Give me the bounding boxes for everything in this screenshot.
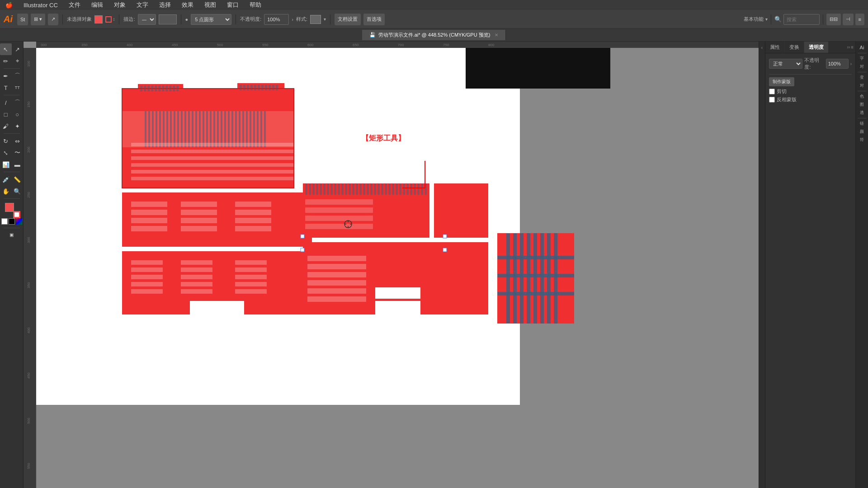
tool-row-2: ✏ ⌖ (0, 55, 23, 67)
curvature-tool[interactable]: ⌒ (12, 70, 24, 82)
zoom-tool[interactable]: 🔍 (12, 185, 24, 197)
opacity-input-panel[interactable] (826, 59, 849, 69)
paint-tool[interactable]: 🖌 (0, 120, 12, 132)
invert-mask-checkbox[interactable] (769, 97, 775, 103)
preferences-btn[interactable]: 首选项 (363, 14, 385, 25)
opacity-input[interactable] (264, 14, 289, 25)
hand-tool[interactable]: ✋ (0, 185, 12, 197)
link-panel-icon[interactable]: 链 (859, 120, 865, 127)
arc-tool[interactable]: ⌒ (12, 97, 24, 108)
tab-properties[interactable]: 属性 (765, 42, 785, 53)
char-panel-icon[interactable]: 字 (859, 55, 865, 62)
menu-select[interactable]: 选择 (157, 0, 173, 10)
warp-tool[interactable]: 〜 (12, 147, 24, 159)
menu-view[interactable]: 视图 (203, 0, 218, 10)
canvas-area[interactable]: 300 350 400 450 500 550 600 650 700 750 … (24, 42, 759, 488)
menu-window[interactable]: 窗口 (225, 0, 241, 10)
svg-rect-107 (235, 226, 271, 231)
rotate-tool[interactable]: ↻ (0, 135, 12, 147)
blob-tool[interactable]: ✦ (12, 120, 24, 132)
more-btn[interactable]: ≡ (855, 14, 864, 25)
svg-rect-116 (330, 183, 333, 195)
svg-text:450: 450 (172, 43, 178, 47)
toolbar-mode-btn[interactable]: St (17, 14, 28, 25)
stroke-color-swatch[interactable] (105, 16, 112, 23)
panel-collapse-strip[interactable]: ‹ (759, 42, 765, 488)
toolbar-grid-btn[interactable]: ⊞ ▾ (31, 14, 45, 25)
type-tool[interactable]: T (0, 82, 12, 94)
measure-tool[interactable]: 📏 (12, 174, 24, 185)
svg-rect-174 (375, 287, 420, 299)
tool-row-6: □ ○ (0, 108, 23, 120)
swatches-panel-icon[interactable]: 颜 (859, 128, 865, 136)
stroke-swatch[interactable] (13, 211, 20, 218)
symbols-panel-icon[interactable]: 符 (859, 136, 865, 144)
apple-menu[interactable]: 🍎 (4, 1, 14, 9)
separator-6 (771, 14, 771, 24)
rect-tool[interactable]: □ (0, 108, 12, 120)
opacity-arrow[interactable]: › (850, 61, 852, 66)
menu-file[interactable]: 文件 (67, 0, 82, 10)
separator-4 (236, 14, 236, 24)
touch-type-tool[interactable]: TT (12, 82, 24, 94)
ai-panel-icon[interactable]: Ai (859, 43, 865, 52)
clip-checkbox[interactable] (769, 89, 775, 94)
pen-tool[interactable]: ✏ (0, 55, 12, 67)
align2-panel-icon[interactable]: 对 (859, 82, 865, 89)
fill-swatch[interactable] (5, 203, 14, 212)
transparency-strip-icon[interactable]: 透 (859, 109, 865, 117)
file-tab[interactable]: 💾 劳动节演示文件.ai* @ 448.52% (CMYK/GPU 预览) ✕ (362, 30, 506, 40)
layers-panel-icon[interactable]: 图 (859, 101, 865, 108)
direct-select-tool[interactable]: ↗ (12, 43, 24, 55)
menu-help[interactable]: 帮助 (248, 0, 263, 10)
menu-text[interactable]: 文字 (135, 0, 150, 10)
brush-select[interactable]: 5 点圆形 (191, 14, 231, 25)
gradient-swatch[interactable] (16, 218, 22, 225)
tab-transparency[interactable]: 透明度 (804, 42, 828, 53)
svg-rect-119 (341, 183, 344, 195)
stroke-weight-select[interactable]: — (138, 14, 156, 25)
ellipse-tool[interactable]: ○ (12, 108, 24, 120)
make-mask-btn[interactable]: 制作蒙版 (769, 77, 794, 86)
eyedropper-tool[interactable]: 💉 (0, 174, 12, 185)
fill-color-swatch[interactable] (94, 15, 103, 23)
menu-app[interactable]: Illustrator CC (22, 1, 60, 9)
search-input[interactable] (783, 14, 820, 25)
style-label: 样式: (296, 16, 307, 23)
bar-tool[interactable]: ▬ (12, 159, 24, 170)
bezier-tool[interactable]: ✒ (0, 70, 12, 82)
menu-object[interactable]: 对象 (112, 0, 127, 10)
tab-transform[interactable]: 变换 (785, 42, 804, 53)
canvas-content[interactable]: 【矩形工具】 (36, 48, 759, 488)
black-swatch[interactable] (9, 218, 15, 225)
menu-edit[interactable]: 编辑 (90, 0, 105, 10)
menu-effect[interactable]: 效果 (180, 0, 195, 10)
white-swatch[interactable] (1, 218, 8, 225)
collapse-icon[interactable]: ‹ (761, 45, 763, 50)
doc-settings-btn[interactable]: 文档设置 (335, 14, 361, 25)
svg-rect-105 (235, 210, 271, 215)
select-tool[interactable]: ↖ (0, 43, 12, 55)
line-tool[interactable]: / (0, 97, 12, 108)
scale-tool[interactable]: ⤡ (0, 147, 12, 159)
graph-tool[interactable]: 📊 (0, 159, 12, 170)
panel-expand-icon[interactable]: ›› (847, 45, 850, 50)
transform-strip-icon[interactable]: 变 (859, 74, 865, 81)
svg-rect-93 (131, 177, 294, 180)
artboard-tool[interactable]: ▣ (3, 230, 21, 239)
arrange-btn[interactable]: ⊟⊟ (826, 14, 841, 25)
tab-close-icon[interactable]: ✕ (495, 33, 498, 38)
right-area: ‹ 属性 变换 透明度 ›› ≡ 正常 不透明度: (759, 42, 868, 488)
svg-rect-188 (497, 292, 574, 296)
reflect-tool[interactable]: ⇔ (12, 135, 24, 147)
color-panel-icon[interactable]: 色 (859, 93, 865, 100)
svg-rect-29 (148, 111, 150, 147)
tool-row-12: ✋ 🔍 (0, 185, 23, 197)
panel-toggle-btn[interactable]: ⊣ (843, 14, 854, 25)
panel-menu-icon[interactable]: ≡ (851, 45, 854, 50)
toolbar-arrow-btn[interactable]: ↗ (48, 14, 58, 25)
lasso-tool[interactable]: ⌖ (12, 55, 24, 67)
blend-mode-select[interactable]: 正常 (769, 59, 802, 69)
align-panel-icon[interactable]: 对 (859, 63, 865, 70)
svg-rect-203 (443, 235, 447, 238)
